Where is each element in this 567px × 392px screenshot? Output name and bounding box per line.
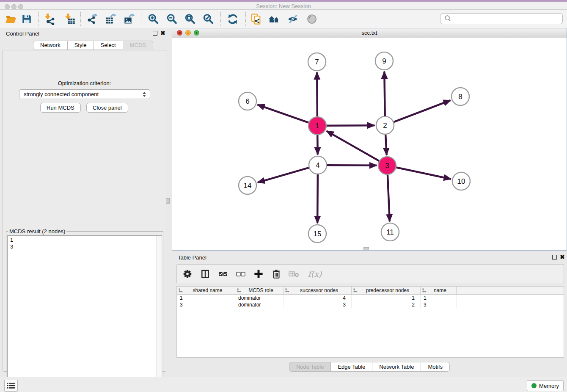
column-tree-icon [353,288,358,293]
split-columns-button[interactable] [200,268,211,279]
splitter-handle[interactable] [363,247,369,250]
mcds-tab-content: Optimization criterion: strongly connect… [3,50,166,372]
export-network-button[interactable] [85,12,99,26]
graph-edge-3-10[interactable] [396,168,451,179]
float-panel-icon[interactable] [153,31,157,36]
graph-edge-1-6[interactable] [258,105,309,122]
hide-selected-button[interactable] [286,12,300,26]
network-window-titlebar[interactable]: ✕ − + scc.txt [172,28,567,38]
column-header-predecessor-nodes[interactable]: predecessor nodes [352,287,421,294]
graph-edge-3-11[interactable] [388,175,390,221]
column-header-successor-nodes[interactable]: successor nodes [284,287,352,294]
save-session-button[interactable] [19,12,34,26]
table-row[interactable]: 3dominator323 [177,301,564,308]
graph-edge-1-7[interactable] [317,72,317,116]
mcds-result-textarea[interactable]: 13 [7,235,162,384]
table-cell[interactable]: 1 [352,295,421,301]
search-input[interactable] [452,14,562,23]
run-mcds-button[interactable]: Run MCDS [40,103,81,113]
network-view-window: ✕ − + scc.txt 7968124314101511 [172,28,567,251]
delete-columns-button[interactable] [289,268,300,279]
apply-function-button[interactable]: f(x) [306,268,323,279]
search-box [440,13,563,24]
trash-icon [272,269,281,279]
task-history-button[interactable] [4,380,18,392]
tab-edge-table[interactable]: Edge Table [330,362,372,372]
graph-node-label-10: 10 [457,177,465,185]
result-line: 1 [10,237,162,243]
tab-motifs[interactable]: Motifs [421,362,450,372]
tab-select[interactable]: Select [94,41,123,50]
zoom-out-icon [166,13,178,25]
close-panel-icon[interactable]: ✖ [560,255,565,259]
table-cell[interactable]: 3 [284,301,352,308]
tab-node-table[interactable]: Node Table [289,362,331,372]
table-cell[interactable]: 4 [284,295,352,301]
table-cell[interactable]: 1 [177,295,235,301]
table-cell[interactable]: 1 [421,295,457,301]
import-table-icon [64,13,76,25]
table-row[interactable]: 1dominator411 [177,295,564,301]
window-title: Session: New Session [0,3,567,9]
column-header-name[interactable]: name [421,287,457,294]
table-cell[interactable]: 3 [177,301,235,308]
result-scrollbar[interactable] [156,236,161,384]
zoom-out-button[interactable] [165,12,179,26]
apply-layout-button[interactable] [226,12,240,26]
table-cell[interactable]: 3 [421,301,457,308]
graph-edge-4-14[interactable] [258,168,309,182]
main-toolbar [0,10,567,28]
select-all-checkboxes-icon [218,269,228,279]
toolbar-separator [245,12,246,26]
column-tree-icon [237,288,241,293]
show-all-button[interactable] [305,12,319,26]
import-network-button[interactable] [42,12,57,26]
add-column-button[interactable] [253,268,264,279]
table-cell[interactable]: dominator [235,295,284,301]
control-panel-header: Control Panel ✖ [0,28,169,39]
deselect-all-button[interactable] [235,268,246,279]
tab-network[interactable]: Network [33,41,68,50]
column-tree-icon [179,288,183,293]
table-cell[interactable]: 2 [352,301,421,308]
zoom-in-button[interactable] [146,12,160,26]
graph-edge-1-2[interactable] [327,125,374,126]
result-line: 3 [10,243,162,250]
delete-rows-button[interactable] [271,268,282,279]
select-stepper-icon [141,92,147,97]
toolbar-separator [220,12,221,26]
column-header-shared-name[interactable]: shared name [177,287,235,294]
graph-edge-2-9[interactable] [384,72,385,116]
tab-network-table[interactable]: Network Table [372,362,421,372]
close-panel-button[interactable]: Close panel [86,103,128,113]
network-canvas[interactable]: 7968124314101511 [172,38,567,250]
zoom-fit-button[interactable] [183,12,197,26]
first-neighbors-button[interactable] [267,12,282,26]
clone-network-button[interactable] [249,12,263,26]
graph-edge-2-3[interactable] [385,135,387,155]
save-disk-icon [21,14,32,25]
select-all-button[interactable] [217,268,228,279]
export-image-icon [124,13,135,25]
float-panel-icon[interactable] [552,255,557,259]
export-table-button[interactable] [104,12,118,26]
zoom-selected-button[interactable] [201,12,215,26]
table-cell[interactable]: dominator [235,301,284,308]
houses-icon [268,13,281,25]
import-table-button[interactable] [63,12,77,26]
table-settings-button[interactable] [182,268,193,279]
tab-style[interactable]: Style [67,41,94,50]
optimization-criterion-select[interactable]: strongly connected component [19,89,150,99]
table-panel-title: Table Panel [178,254,206,261]
export-image-button[interactable] [122,12,137,26]
graph-edge-4-3[interactable] [327,165,377,166]
graph-edge-2-8[interactable] [394,100,451,122]
toolbar-separator [38,12,39,26]
graph-edge-3-1[interactable] [327,131,379,161]
splitter-handle[interactable] [166,198,170,204]
graph-edge-4-15[interactable] [317,174,318,223]
column-header-mcds-role[interactable]: MCDS role [235,287,284,294]
close-panel-icon[interactable]: ✖ [160,31,165,36]
memory-button[interactable]: Memory [527,380,564,391]
open-session-button[interactable] [3,12,18,26]
